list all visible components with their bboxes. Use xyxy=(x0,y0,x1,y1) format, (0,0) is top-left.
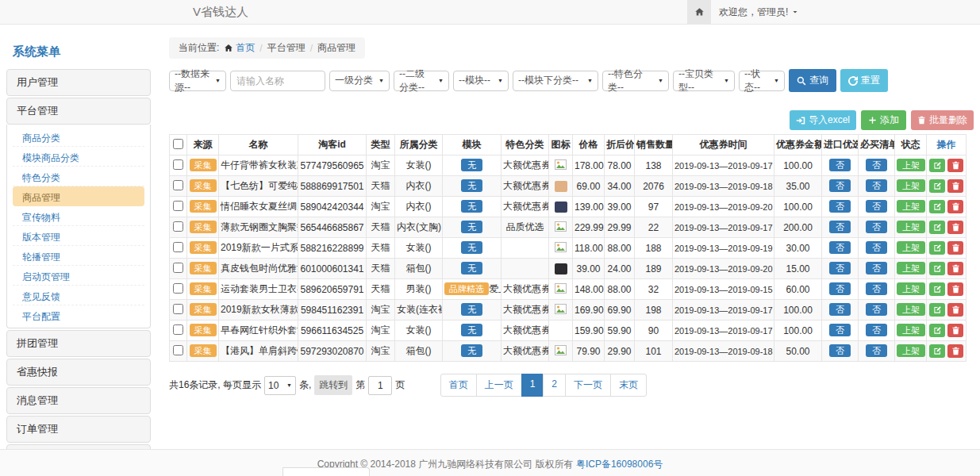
status-button[interactable]: 上架 xyxy=(897,241,925,254)
import-toggle[interactable]: 否 xyxy=(829,179,851,192)
filter-select-6[interactable]: --宝贝类型--▼ xyxy=(673,71,735,91)
row-checkbox[interactable] xyxy=(173,263,183,273)
import-toggle[interactable]: 否 xyxy=(829,262,851,274)
sidebar-item-商品分类[interactable]: 商品分类 xyxy=(13,127,144,147)
import-toggle[interactable]: 否 xyxy=(829,344,851,357)
module-badge[interactable]: 无 xyxy=(461,262,482,274)
select-all-checkbox[interactable] xyxy=(173,139,183,149)
sidebar-item-轮播管理[interactable]: 轮播管理 xyxy=(13,246,144,266)
edit-button[interactable] xyxy=(929,179,945,193)
page-button-首页[interactable]: 首页 xyxy=(440,374,477,397)
page-button-上一页[interactable]: 上一页 xyxy=(476,374,522,397)
status-button[interactable]: 上架 xyxy=(897,159,925,171)
must-buy-toggle[interactable]: 否 xyxy=(866,324,887,336)
must-buy-toggle[interactable]: 否 xyxy=(866,282,887,295)
edit-button[interactable] xyxy=(929,221,945,234)
filter-select-2[interactable]: --二级分类--▼ xyxy=(394,71,449,91)
row-checkbox[interactable] xyxy=(173,180,183,190)
import-toggle[interactable]: 否 xyxy=(829,200,851,213)
module-badge[interactable]: 无 xyxy=(461,344,482,357)
filter-select-7[interactable]: --状态--▼ xyxy=(739,71,785,91)
page-number-input[interactable] xyxy=(368,376,392,395)
reset-button[interactable]: 重置 xyxy=(840,69,888,92)
filter-select-3[interactable]: --模块--▼ xyxy=(453,71,509,91)
sidebar-item-版本管理[interactable]: 版本管理 xyxy=(13,226,144,246)
delete-button[interactable] xyxy=(947,303,963,317)
delete-button[interactable] xyxy=(947,241,963,255)
page-button-1[interactable]: 1 xyxy=(521,374,544,397)
status-button[interactable]: 上架 xyxy=(897,282,925,295)
page-button-2[interactable]: 2 xyxy=(543,374,566,397)
sidebar-item-平台配置[interactable]: 平台配置 xyxy=(13,305,144,325)
sidebar-item-商品管理[interactable]: 商品管理 xyxy=(13,186,144,206)
search-name-input[interactable] xyxy=(230,71,325,91)
filter-select-1[interactable]: 一级分类▼ xyxy=(329,71,390,91)
user-menu[interactable]: 欢迎您，管理员! xyxy=(719,0,798,24)
edit-button[interactable] xyxy=(929,303,945,317)
delete-button[interactable] xyxy=(947,324,963,337)
sidebar-item-特色分类[interactable]: 特色分类 xyxy=(13,167,144,186)
search-button[interactable]: 查询 xyxy=(789,69,836,92)
batch-delete-button[interactable]: 批量删除 xyxy=(911,110,974,130)
import-toggle[interactable]: 否 xyxy=(829,221,851,233)
row-checkbox[interactable] xyxy=(173,283,183,294)
must-buy-toggle[interactable]: 否 xyxy=(866,179,887,192)
must-buy-toggle[interactable]: 否 xyxy=(866,159,887,171)
must-buy-toggle[interactable]: 否 xyxy=(866,200,887,213)
edit-button[interactable] xyxy=(929,241,945,255)
page-button-末页[interactable]: 末页 xyxy=(610,374,647,397)
must-buy-toggle[interactable]: 否 xyxy=(866,221,887,233)
must-buy-toggle[interactable]: 否 xyxy=(866,241,887,254)
status-button[interactable]: 上架 xyxy=(897,303,925,316)
edit-button[interactable] xyxy=(929,262,945,275)
per-page-select[interactable]: 10 ▼ xyxy=(264,376,296,395)
row-checkbox[interactable] xyxy=(173,324,183,335)
status-button[interactable]: 上架 xyxy=(897,324,925,336)
row-checkbox[interactable] xyxy=(173,345,183,355)
status-button[interactable]: 上架 xyxy=(897,262,925,274)
row-checkbox[interactable] xyxy=(173,304,183,314)
sidebar-group-0[interactable]: 用户管理 xyxy=(6,69,151,96)
import-excel-button[interactable]: 导入excel xyxy=(790,110,856,130)
sidebar-item-意见反馈[interactable]: 意见反馈 xyxy=(13,286,144,305)
sidebar-item-启动页管理[interactable]: 启动页管理 xyxy=(13,266,144,286)
delete-button[interactable] xyxy=(947,179,963,193)
edit-button[interactable] xyxy=(929,324,945,337)
sidebar-group-5[interactable]: 订单管理 xyxy=(6,416,151,443)
sidebar-group-1[interactable]: 平台管理 xyxy=(6,98,151,125)
must-buy-toggle[interactable]: 否 xyxy=(866,262,887,274)
status-button[interactable]: 上架 xyxy=(897,179,925,192)
delete-button[interactable] xyxy=(947,262,963,275)
row-checkbox[interactable] xyxy=(173,159,183,170)
edit-button[interactable] xyxy=(929,200,945,213)
filter-select-4[interactable]: --模块下分类--▼ xyxy=(513,71,598,91)
module-badge[interactable]: 无 xyxy=(461,179,482,192)
delete-button[interactable] xyxy=(947,221,963,234)
delete-button[interactable] xyxy=(947,282,963,296)
module-badge[interactable]: 品牌精选 xyxy=(444,282,489,295)
import-toggle[interactable]: 否 xyxy=(829,159,851,171)
jump-button[interactable]: 跳转到 xyxy=(314,375,352,395)
edit-button[interactable] xyxy=(929,344,945,358)
page-button-下一页[interactable]: 下一页 xyxy=(565,374,611,397)
module-badge[interactable]: 无 xyxy=(461,200,482,213)
row-checkbox[interactable] xyxy=(173,221,183,232)
sidebar-item-宣传物料[interactable]: 宣传物料 xyxy=(13,206,144,226)
edit-button[interactable] xyxy=(929,282,945,296)
module-badge[interactable]: 无 xyxy=(461,324,482,336)
status-button[interactable]: 上架 xyxy=(897,344,925,357)
sidebar-group-3[interactable]: 省惠快报 xyxy=(6,359,151,386)
filter-select-5[interactable]: --特色分类--▼ xyxy=(602,71,669,91)
module-badge[interactable]: 无 xyxy=(461,159,482,171)
sidebar-item-模块商品分类[interactable]: 模块商品分类 xyxy=(13,147,144,167)
sidebar-group-2[interactable]: 拼团管理 xyxy=(6,330,151,357)
module-badge[interactable]: 无 xyxy=(461,303,482,316)
edit-button[interactable] xyxy=(929,159,945,172)
add-button[interactable]: 添加 xyxy=(861,110,906,130)
import-toggle[interactable]: 否 xyxy=(829,303,851,316)
navbar-home-button[interactable] xyxy=(687,0,711,24)
filter-select-0[interactable]: --数据来源--▼ xyxy=(169,71,226,91)
must-buy-toggle[interactable]: 否 xyxy=(866,344,887,357)
import-toggle[interactable]: 否 xyxy=(829,241,851,254)
breadcrumb-home-link[interactable]: 首页 xyxy=(224,41,255,55)
